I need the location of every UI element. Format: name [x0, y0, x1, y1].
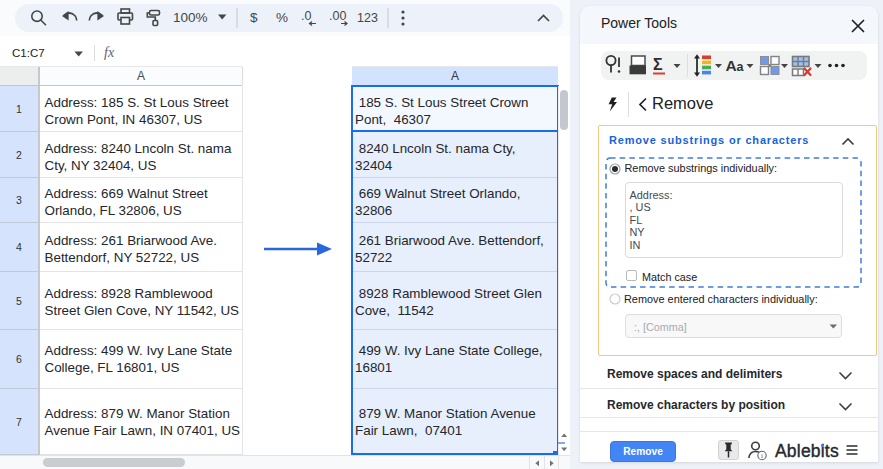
svg-text:Σ: Σ: [653, 56, 663, 73]
svg-text:.0: .0: [301, 9, 311, 23]
svg-text:123: 123: [357, 11, 378, 25]
svg-text:A: A: [726, 57, 737, 74]
svg-text:100%: 100%: [173, 10, 208, 25]
svg-text:%: %: [276, 10, 288, 25]
svg-text:.00: .00: [329, 9, 346, 23]
svg-text:i: i: [761, 452, 763, 460]
svg-text:a: a: [737, 60, 745, 74]
svg-text:$: $: [250, 10, 258, 25]
